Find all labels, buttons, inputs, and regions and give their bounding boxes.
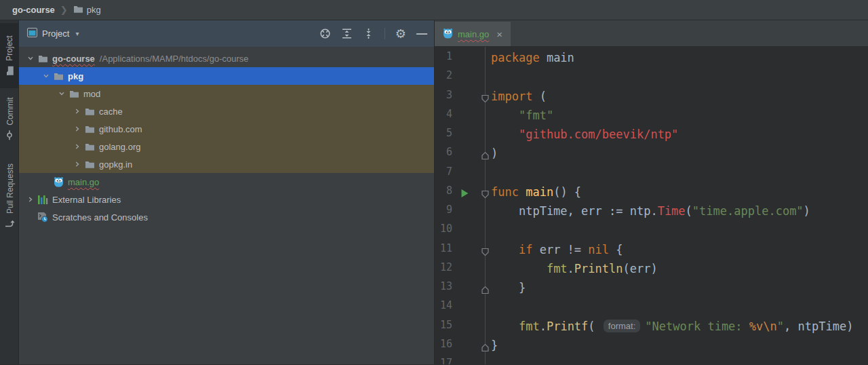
fold-start-icon[interactable] xyxy=(481,94,490,103)
gutter-line[interactable]: 9 xyxy=(435,201,485,220)
project-panel-title[interactable]: Project ▾ xyxy=(27,28,79,39)
chevron-right-icon[interactable] xyxy=(74,143,81,150)
folder-icon xyxy=(5,66,14,76)
go-gopher-icon xyxy=(443,28,453,39)
gutter-line[interactable]: 3 xyxy=(435,87,485,106)
gutter-line[interactable]: 15 xyxy=(435,317,485,336)
chevron-right-icon[interactable] xyxy=(74,126,81,132)
close-icon[interactable]: × xyxy=(496,28,502,40)
tree-item-label: github.com xyxy=(99,124,142,134)
chevron-right-icon[interactable] xyxy=(74,161,81,168)
code-line: func main() { xyxy=(486,182,868,201)
chevron-right-icon[interactable] xyxy=(74,108,81,115)
project-panel-header: Project ▾ ⚙— xyxy=(19,20,434,47)
code-line: fmt.Printf( format:"Network time: %v\n",… xyxy=(486,317,868,336)
chevron-down-icon[interactable] xyxy=(27,55,34,62)
stripe-button-pull-requests[interactable]: Pull Requests xyxy=(0,149,18,244)
code-token: ( xyxy=(532,90,546,103)
code-line: import ( xyxy=(486,87,868,106)
chevron-down-icon[interactable] xyxy=(58,90,65,97)
stripe-button-label: Project xyxy=(5,36,14,61)
run-icon[interactable] xyxy=(460,189,469,198)
fold-end-icon[interactable] xyxy=(481,151,490,160)
tree-item-mod[interactable]: mod xyxy=(19,85,434,102)
code-token: } xyxy=(491,281,526,294)
stripe-button-label: Commit xyxy=(5,97,14,125)
folder-icon xyxy=(85,142,95,151)
gutter-line[interactable]: 14 xyxy=(435,297,485,316)
code-content[interactable]: package mainimport ( "fmt" "github.com/b… xyxy=(486,47,868,364)
line-number: 8 xyxy=(446,185,452,197)
gutter-line[interactable]: 1 xyxy=(435,48,485,67)
code-token: Println xyxy=(574,262,623,275)
gutter-line[interactable]: 6 xyxy=(435,144,485,163)
code-token: \n xyxy=(763,320,776,333)
expand-all-icon[interactable] xyxy=(341,28,353,39)
folder-icon xyxy=(38,54,48,63)
code-token: { xyxy=(609,243,623,256)
hide-panel-icon[interactable]: — xyxy=(416,28,427,39)
gutter-line[interactable]: 12 xyxy=(435,259,485,278)
gutter-line[interactable]: 13 xyxy=(435,278,485,297)
code-token: Printf xyxy=(547,320,588,333)
fold-start-icon[interactable] xyxy=(481,190,490,199)
breadcrumb-project[interactable]: go-course xyxy=(12,5,55,15)
gutter-line[interactable]: 17 xyxy=(435,355,485,364)
tree-item-cache[interactable]: cache xyxy=(19,102,434,120)
gutter-line[interactable]: 8 xyxy=(435,182,485,201)
breadcrumb-current[interactable]: pkg xyxy=(87,5,101,15)
gutter-line[interactable]: 7 xyxy=(435,164,485,182)
fold-end-icon[interactable] xyxy=(481,343,490,352)
code-token: ( xyxy=(686,204,692,218)
collapse-all-icon[interactable] xyxy=(363,28,374,39)
gutter-line[interactable]: 10 xyxy=(435,220,485,239)
fold-end-icon[interactable] xyxy=(481,286,490,294)
tree-item-pkg[interactable]: pkg xyxy=(19,67,434,85)
code-line: } xyxy=(486,336,868,355)
tree-item-label: pkg xyxy=(68,71,83,81)
line-number: 9 xyxy=(446,204,452,216)
code-line: package main xyxy=(486,48,868,67)
code-token: "fmt" xyxy=(491,109,553,122)
code-token: nil xyxy=(588,243,609,256)
folder-icon xyxy=(85,160,95,169)
code-token: ntpTime, err := ntp. xyxy=(491,204,658,218)
chevron-down-icon: ▾ xyxy=(75,30,79,37)
stripe-button-label: Pull Requests xyxy=(5,164,14,214)
tree-item-gopkg-in[interactable]: gopkg.in xyxy=(19,155,434,173)
code-area: 1234567891011121314151617 package mainim… xyxy=(435,47,868,364)
chevron-down-icon[interactable] xyxy=(43,73,50,79)
inlay-hint-format[interactable]: format: xyxy=(604,320,640,332)
chevron-right-icon[interactable] xyxy=(27,196,34,203)
tree-item-go-course[interactable]: go-course/Applications/MAMP/htdocs/go-co… xyxy=(19,50,434,67)
fold-start-icon[interactable] xyxy=(481,248,490,256)
stripe-button-project[interactable]: Project xyxy=(0,23,18,88)
code-line xyxy=(486,164,868,182)
tree-item-external-libraries[interactable]: External Libraries xyxy=(19,191,434,208)
gutter-line[interactable]: 16 xyxy=(435,336,485,355)
code-token: main xyxy=(540,51,574,64)
tree-item-path: /Applications/MAMP/htdocs/go-course xyxy=(100,54,249,64)
locate-icon[interactable] xyxy=(319,28,331,39)
tree-item-github-com[interactable]: github.com xyxy=(19,120,434,138)
code-line: "fmt" xyxy=(486,106,868,125)
tree-item-main-go[interactable]: main.go xyxy=(19,173,434,191)
folder-icon xyxy=(73,5,83,14)
gutter-line[interactable]: 4 xyxy=(435,106,485,125)
tree-item-scratches-and-consoles[interactable]: Scratches and Consoles xyxy=(19,208,434,226)
folder-icon xyxy=(69,90,79,98)
tree-item-golang-org[interactable]: golang.org xyxy=(19,138,434,155)
gutter-line[interactable]: 2 xyxy=(435,67,485,86)
code-token: "time.apple.com" xyxy=(692,204,804,218)
gutter-line[interactable]: 11 xyxy=(435,240,485,259)
code-token: } xyxy=(491,339,498,352)
editor-tab-main-go[interactable]: main.go × xyxy=(435,22,511,46)
gutter-line[interactable]: 5 xyxy=(435,125,485,144)
code-line: fmt.Println(err) xyxy=(486,259,868,278)
stripe-button-commit[interactable]: Commit xyxy=(0,88,18,149)
editor-tab-label: main.go xyxy=(458,29,489,39)
code-line: ntpTime, err := ntp.Time("time.apple.com… xyxy=(486,201,868,220)
line-number: 16 xyxy=(440,338,452,350)
settings-gear-icon[interactable]: ⚙ xyxy=(395,28,406,40)
code-token: fmt xyxy=(547,262,568,275)
